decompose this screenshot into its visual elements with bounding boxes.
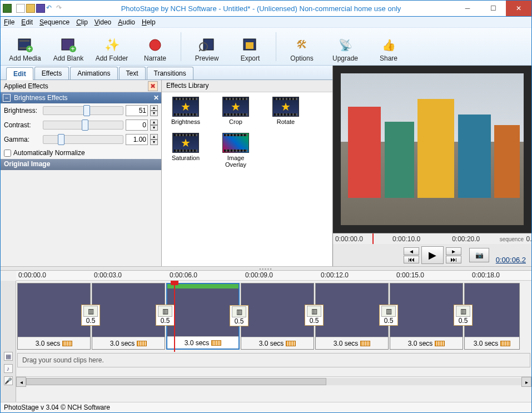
timeline-clip[interactable]: 3.0 secs▥0.5 xyxy=(315,283,389,350)
timeline-clip[interactable]: 3.0 secs▥0.5 xyxy=(390,283,463,350)
contrast-spinner[interactable]: ▲▼ xyxy=(150,120,158,131)
brightness-value[interactable]: 51 xyxy=(126,105,148,116)
add-folder-button[interactable]: ✨Add Folder xyxy=(92,31,132,62)
gamma-slider[interactable] xyxy=(43,135,123,144)
transition-icon: ▥ xyxy=(307,306,321,317)
timeline-ruler[interactable]: 0:00:00.0 0:00:03.0 0:00:06.0 0:00:09.0 … xyxy=(16,271,531,281)
toolbar-separator xyxy=(276,32,276,61)
save-icon[interactable] xyxy=(36,4,45,13)
transition-badge[interactable]: ▥0.5 xyxy=(230,305,248,326)
contrast-value[interactable]: 0 xyxy=(126,120,148,131)
close-button[interactable]: ✕ xyxy=(506,1,531,16)
open-icon[interactable] xyxy=(26,4,35,13)
timeline-clip[interactable]: 3.0 secs▥0.5 xyxy=(17,283,91,350)
mic-track-icon[interactable]: 🎤 xyxy=(4,376,13,385)
menu-video[interactable]: Video xyxy=(95,18,111,26)
video-track[interactable]: 3.0 secs▥0.5 3.0 secs▥0.5 3.0 secs▥0.5 3… xyxy=(16,281,531,352)
tab-text[interactable]: Text xyxy=(119,67,146,79)
brightness-row: Brightness: 51 ▲▼ xyxy=(1,103,161,118)
tab-transitions[interactable]: Transitions xyxy=(147,67,193,79)
timeline: 0:00:00.0 0:00:03.0 0:00:06.0 0:00:09.0 … xyxy=(1,271,531,402)
timeline-playhead[interactable] xyxy=(174,281,175,352)
audio-track-icon[interactable]: ♪ xyxy=(4,364,13,373)
transition-badge[interactable]: ▥0.5 xyxy=(81,305,100,326)
tab-animations[interactable]: Animations xyxy=(70,67,117,79)
remove-effect-button[interactable]: ✖ xyxy=(148,81,158,91)
collapse-icon[interactable]: − xyxy=(3,94,11,102)
share-icon: 👍 xyxy=(380,37,397,53)
menu-bar: File Edit Sequence Clip Video Audio Help xyxy=(1,17,531,28)
redo-icon[interactable]: ↷ xyxy=(56,4,65,13)
maximize-button[interactable]: ☐ xyxy=(480,1,506,16)
effect-name: Brightness Effects xyxy=(14,94,68,102)
gamma-row: Gamma: 1.00 ▲▼ xyxy=(1,132,161,147)
effect-crop[interactable]: ★Crop xyxy=(216,97,255,125)
new-icon[interactable] xyxy=(16,4,25,13)
transition-badge[interactable]: ▥0.5 xyxy=(454,305,473,326)
scroll-thumb[interactable] xyxy=(26,378,326,385)
preview-time[interactable]: 0:00:06.2 xyxy=(496,256,526,264)
effect-close-button[interactable]: ✕ xyxy=(153,94,159,102)
video-track-icon[interactable]: ▦ xyxy=(4,352,13,361)
effect-saturation[interactable]: ★Saturation xyxy=(166,133,205,168)
menu-file[interactable]: File xyxy=(4,18,14,26)
scroll-right-button[interactable]: ▸ xyxy=(521,377,531,387)
transition-duration: 0.5 xyxy=(459,317,468,325)
first-frame-button[interactable]: ⏮ xyxy=(404,256,419,263)
effect-rotate[interactable]: ★Rotate xyxy=(266,97,305,125)
contrast-slider[interactable] xyxy=(43,121,123,130)
preview-video[interactable] xyxy=(341,73,524,225)
svg-text:+: + xyxy=(27,45,31,52)
brightness-slider[interactable] xyxy=(43,106,123,115)
options-button[interactable]: 🛠Options xyxy=(282,31,322,62)
menu-sequence[interactable]: Sequence xyxy=(39,18,69,26)
gamma-value[interactable]: 1.00 xyxy=(126,134,148,145)
undo-icon[interactable]: ↶ xyxy=(46,4,55,13)
transition-badge[interactable]: ▥0.5 xyxy=(156,305,175,326)
audio-hint: Drag your sound clips here. xyxy=(22,356,104,364)
add-media-button[interactable]: +Add Media xyxy=(5,31,45,62)
share-button[interactable]: 👍Share xyxy=(369,31,409,62)
menu-clip[interactable]: Clip xyxy=(76,18,88,26)
snapshot-button[interactable]: 📷 xyxy=(469,248,489,262)
upgrade-button[interactable]: 📡Upgrade xyxy=(325,31,365,62)
original-image-header[interactable]: Original Image xyxy=(1,159,161,170)
clip-duration: 3.0 secs xyxy=(185,339,210,347)
timeline-clip[interactable]: 3.0 secs▥0.5 xyxy=(241,283,314,350)
add-blank-button[interactable]: +Add Blank xyxy=(48,31,88,62)
effects-library-body: ★Brightness ★Crop ★Rotate ★Saturation Im… xyxy=(162,92,332,266)
last-frame-button[interactable]: ⏭ xyxy=(446,256,461,263)
auto-normalize-checkbox[interactable] xyxy=(4,150,11,157)
tab-effects[interactable]: Effects xyxy=(34,67,69,79)
brightness-spinner[interactable]: ▲▼ xyxy=(150,105,158,116)
effect-brightness[interactable]: ★Brightness xyxy=(166,97,205,125)
prev-frame-button[interactable]: ◂ xyxy=(404,247,419,255)
transition-badge[interactable]: ▥0.5 xyxy=(305,305,324,326)
timeline-clip-selected[interactable]: 3.0 secs▥0.5 xyxy=(166,283,240,350)
narrate-button[interactable]: Narrate xyxy=(135,31,175,62)
audio-track[interactable]: Drag your sound clips here. xyxy=(17,353,530,367)
export-button[interactable]: Export xyxy=(230,31,270,62)
preview-button[interactable]: Preview xyxy=(187,31,227,62)
preview-playhead[interactable] xyxy=(372,233,374,244)
timeline-clip[interactable]: 3.0 secs xyxy=(464,283,520,350)
clip-duration: 3.0 secs xyxy=(110,340,135,347)
timeline-clip[interactable]: 3.0 secs▥0.5 xyxy=(92,283,165,350)
contrast-label: Contrast: xyxy=(4,121,41,129)
tab-edit[interactable]: Edit xyxy=(6,67,33,80)
next-frame-button[interactable]: ▸ xyxy=(446,247,461,255)
transition-badge[interactable]: ▥0.5 xyxy=(379,305,398,326)
minimize-button[interactable]: ─ xyxy=(455,1,480,16)
timeline-scrollbar[interactable]: ◂ ▸ xyxy=(16,376,531,386)
brightness-effect-header[interactable]: − Brightness Effects ✕ xyxy=(1,92,161,103)
menu-audio[interactable]: Audio xyxy=(118,18,135,26)
clip-thumbnail xyxy=(18,283,90,337)
splitter-handle[interactable]: ••••• xyxy=(1,266,531,271)
menu-help[interactable]: Help xyxy=(142,18,156,26)
play-button[interactable]: ▶ xyxy=(421,246,444,264)
menu-edit[interactable]: Edit xyxy=(21,18,33,26)
gamma-spinner[interactable]: ▲▼ xyxy=(150,134,158,145)
ruler-tick: 0:00:00.0 xyxy=(335,235,363,243)
effect-image-overlay[interactable]: Image Overlay xyxy=(216,133,255,168)
scroll-left-button[interactable]: ◂ xyxy=(16,377,26,387)
